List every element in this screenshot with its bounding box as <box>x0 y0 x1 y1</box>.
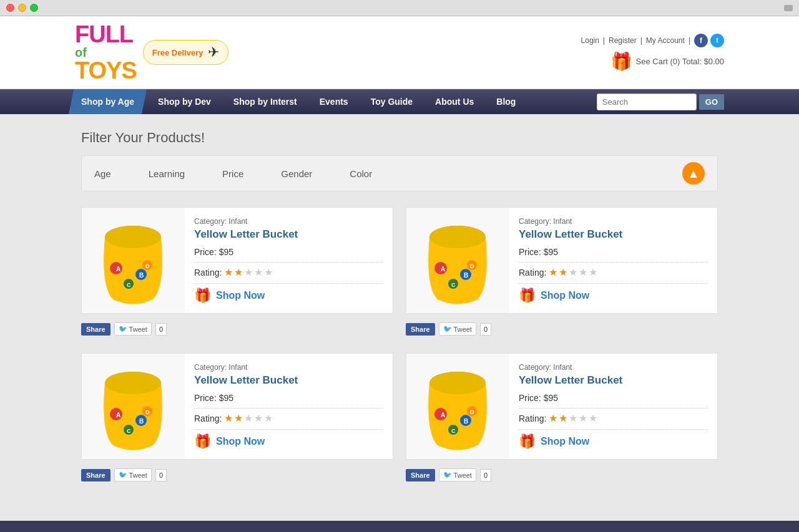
product-content-3: A B C D Category: Infant Yellow Letter B… <box>82 354 393 459</box>
search-input[interactable] <box>597 94 697 110</box>
social-share-2: Share 🐦 Tweet 0 <box>406 317 718 341</box>
filter-color[interactable]: Color <box>350 168 372 179</box>
svg-text:C: C <box>451 428 456 434</box>
gift-shop-icon-2: 🎁 <box>519 288 536 304</box>
star-2-3: ★ <box>569 266 577 278</box>
star-3-3: ★ <box>244 412 253 424</box>
star-2-2: ★ <box>559 266 567 278</box>
bucket-svg-3: A B C D <box>85 358 182 455</box>
search-area: GO <box>597 94 724 110</box>
shop-now-1[interactable]: 🎁 Shop Now <box>194 288 383 304</box>
filter-learning[interactable]: Learning <box>149 168 185 179</box>
nav-item-events[interactable]: Events <box>308 89 360 114</box>
filter-gender[interactable]: Gender <box>281 168 312 179</box>
page-wrapper: FULL of TOYS Free Delivery ✈ Login | Reg… <box>0 16 799 532</box>
search-button[interactable]: GO <box>699 94 724 110</box>
product-price-4: Price: $95 <box>519 393 708 403</box>
rating-4: Rating: ★ ★ ★ ★ ★ <box>519 412 708 424</box>
stars-4: ★ ★ ★ ★ ★ <box>549 412 597 424</box>
login-link[interactable]: Login <box>581 36 599 45</box>
product-info-3: Category: Infant Yellow Letter Bucket Pr… <box>185 354 393 459</box>
product-category-3: Category: Infant <box>194 363 383 372</box>
bucket-svg-4: A B C D <box>409 358 506 455</box>
svg-text:D: D <box>470 263 474 269</box>
star-3-2: ★ <box>234 412 243 424</box>
product-image-1: A B C D <box>82 208 185 313</box>
gift-icon: 🎁 <box>610 51 632 72</box>
close-btn[interactable] <box>6 4 14 12</box>
logo-toys: TOYS <box>75 59 137 82</box>
star-3-5: ★ <box>264 412 273 424</box>
register-link[interactable]: Register <box>609 36 637 45</box>
maximize-btn[interactable] <box>30 4 38 12</box>
shop-now-2[interactable]: 🎁 Shop Now <box>519 288 708 304</box>
filter-heading: Filter Your Products! <box>81 130 718 146</box>
footer: About Us About Our Range About Your Rang… <box>0 521 799 532</box>
window-resize <box>784 5 793 11</box>
logo-full: FULL <box>75 22 137 46</box>
tweet-button-3[interactable]: 🐦 Tweet <box>114 468 152 481</box>
plane-icon: ✈ <box>208 44 219 60</box>
product-name-2: Yellow Letter Bucket <box>519 228 708 241</box>
nav-item-shop-by-dev[interactable]: Shop by Dev <box>147 89 222 114</box>
tweet-button-2[interactable]: 🐦 Tweet <box>439 322 476 336</box>
share-button-2[interactable]: Share <box>406 323 435 336</box>
cart-area[interactable]: 🎁 See Cart (0) Total: $0.00 <box>610 51 724 72</box>
star-2-4: ★ <box>579 266 587 278</box>
svg-text:C: C <box>451 282 456 288</box>
logo[interactable]: FULL of TOYS <box>75 22 137 82</box>
rating-2: Rating: ★ ★ ★ ★ ★ <box>519 266 708 278</box>
product-name-3: Yellow Letter Bucket <box>194 374 383 387</box>
tweet-count-2: 0 <box>480 323 491 336</box>
social-share-1: Share 🐦 Tweet 0 <box>81 317 393 341</box>
nav-item-shop-by-age[interactable]: Shop by Age <box>69 89 147 114</box>
svg-point-21 <box>105 372 161 394</box>
filter-age[interactable]: Age <box>94 168 111 179</box>
share-button-4[interactable]: Share <box>406 469 435 481</box>
minimize-btn[interactable] <box>18 4 26 12</box>
tweet-button-1[interactable]: 🐦 Tweet <box>114 322 152 336</box>
share-button-3[interactable]: Share <box>81 469 110 481</box>
shop-now-4[interactable]: 🎁 Shop Now <box>519 433 708 450</box>
facebook-icon[interactable]: f <box>694 34 708 47</box>
nav-item-shop-by-interst[interactable]: Shop by Interst <box>222 89 308 114</box>
my-account-link[interactable]: My Account <box>646 36 685 45</box>
product-image-3: A B C D <box>82 354 185 459</box>
product-content-4: A B C D Category: Infant Yellow Letter B… <box>406 354 717 459</box>
header-links: Login | Register | My Account | f t <box>581 34 724 47</box>
svg-text:D: D <box>470 409 474 415</box>
svg-text:B: B <box>464 418 468 425</box>
svg-text:A: A <box>116 412 120 418</box>
product-category-2: Category: Infant <box>519 217 708 226</box>
filter-price[interactable]: Price <box>222 168 243 179</box>
twitter-icon[interactable]: t <box>710 34 724 47</box>
nav-item-blog[interactable]: Blog <box>485 89 527 114</box>
stars-2: ★ ★ ★ ★ ★ <box>549 266 597 278</box>
star-1-2: ★ <box>234 266 243 278</box>
product-image-4: A B C D <box>406 354 509 459</box>
window-chrome <box>0 0 799 16</box>
nav-item-about-us[interactable]: About Us <box>424 89 485 114</box>
product-card-4: A B C D Category: Infant Yellow Letter B… <box>406 353 718 486</box>
star-1-5: ★ <box>264 266 273 278</box>
product-category-4: Category: Infant <box>519 363 708 372</box>
shop-now-3[interactable]: 🎁 Shop Now <box>194 433 383 450</box>
svg-point-11 <box>429 226 486 248</box>
filter-bar: Age Learning Price Gender Color ▲ <box>81 155 718 191</box>
filter-arrow-up[interactable]: ▲ <box>682 162 705 185</box>
svg-text:C: C <box>127 282 131 288</box>
rating-3: Rating: ★ ★ ★ ★ ★ <box>194 412 383 424</box>
share-button-1[interactable]: Share <box>81 323 110 336</box>
tweet-button-4[interactable]: 🐦 Tweet <box>439 468 476 481</box>
svg-text:A: A <box>441 412 445 418</box>
product-name-4: Yellow Letter Bucket <box>519 374 708 387</box>
product-price-3: Price: $95 <box>194 393 383 403</box>
product-info-1: Category: Infant Yellow Letter Bucket Pr… <box>185 208 393 313</box>
product-name-1: Yellow Letter Bucket <box>194 228 383 241</box>
product-content-2: A B C D Category: Infant Yellow Letter B… <box>406 208 717 313</box>
nav-item-toy-guide[interactable]: Toy Guide <box>360 89 424 114</box>
social-share-3: Share 🐦 Tweet 0 <box>81 463 393 486</box>
svg-text:D: D <box>145 409 150 415</box>
product-card-1: A B C D Category: Infant Yellow Letter B… <box>81 207 393 341</box>
tweet-bird-icon-4: 🐦 <box>443 471 452 479</box>
